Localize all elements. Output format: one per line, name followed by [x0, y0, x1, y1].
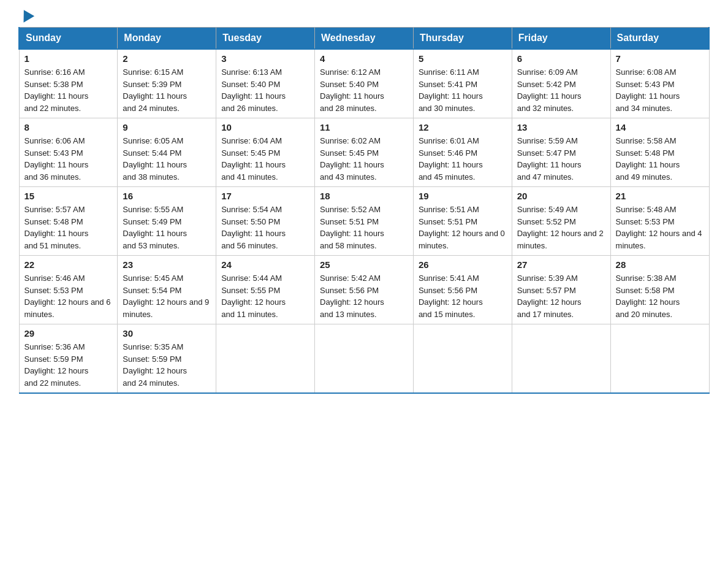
calendar-cell [610, 324, 709, 394]
day-info: Sunrise: 5:41 AMSunset: 5:56 PMDaylight:… [419, 274, 483, 319]
calendar-cell: 6 Sunrise: 6:09 AMSunset: 5:42 PMDayligh… [512, 49, 610, 118]
day-info: Sunrise: 6:02 AMSunset: 5:45 PMDaylight:… [320, 136, 384, 182]
day-number: 18 [320, 191, 408, 201]
day-info: Sunrise: 5:59 AMSunset: 5:47 PMDaylight:… [517, 136, 582, 182]
header-friday: Friday [512, 28, 610, 50]
day-number: 7 [616, 53, 704, 64]
day-number: 30 [123, 328, 211, 339]
day-number: 14 [616, 122, 704, 132]
day-number: 9 [123, 122, 211, 132]
day-info: Sunrise: 6:12 AMSunset: 5:40 PMDaylight:… [320, 67, 384, 113]
calendar-cell: 9 Sunrise: 6:05 AMSunset: 5:44 PMDayligh… [118, 118, 216, 187]
header-thursday: Thursday [413, 28, 512, 50]
calendar-cell: 28 Sunrise: 5:38 AMSunset: 5:58 PMDaylig… [610, 256, 709, 324]
logo [18, 12, 32, 21]
day-info: Sunrise: 6:11 AMSunset: 5:41 PMDaylight:… [419, 67, 483, 113]
calendar-cell: 14 Sunrise: 5:58 AMSunset: 5:48 PMDaylig… [610, 118, 709, 187]
day-info: Sunrise: 6:01 AMSunset: 5:46 PMDaylight:… [419, 136, 483, 182]
calendar-cell: 25 Sunrise: 5:42 AMSunset: 5:56 PMDaylig… [315, 256, 414, 324]
day-number: 8 [25, 122, 113, 132]
calendar-cell: 21 Sunrise: 5:48 AMSunset: 5:53 PMDaylig… [610, 187, 709, 256]
logo-triangle-icon [18, 10, 34, 26]
day-number: 15 [25, 191, 113, 201]
day-info: Sunrise: 5:55 AMSunset: 5:49 PMDaylight:… [123, 205, 187, 250]
calendar-cell: 20 Sunrise: 5:49 AMSunset: 5:52 PMDaylig… [512, 187, 610, 256]
calendar-cell: 15 Sunrise: 5:57 AMSunset: 5:48 PMDaylig… [19, 187, 118, 256]
calendar-cell: 22 Sunrise: 5:46 AMSunset: 5:53 PMDaylig… [19, 256, 118, 324]
day-number: 13 [517, 122, 605, 132]
header-saturday: Saturday [610, 28, 709, 50]
day-number: 22 [25, 259, 113, 270]
day-number: 1 [25, 53, 113, 64]
day-info: Sunrise: 5:49 AMSunset: 5:52 PMDaylight:… [517, 205, 604, 250]
calendar-cell: 29 Sunrise: 5:36 AMSunset: 5:59 PMDaylig… [19, 324, 118, 394]
header-wednesday: Wednesday [315, 28, 414, 50]
day-number: 24 [221, 259, 309, 270]
calendar-header-row: SundayMondayTuesdayWednesdayThursdayFrid… [19, 28, 709, 50]
day-info: Sunrise: 5:42 AMSunset: 5:56 PMDaylight:… [320, 274, 384, 319]
calendar-cell: 19 Sunrise: 5:51 AMSunset: 5:51 PMDaylig… [413, 187, 512, 256]
calendar-cell: 17 Sunrise: 5:54 AMSunset: 5:50 PMDaylig… [216, 187, 315, 256]
calendar-week-row: 29 Sunrise: 5:36 AMSunset: 5:59 PMDaylig… [19, 324, 709, 394]
calendar-cell: 16 Sunrise: 5:55 AMSunset: 5:49 PMDaylig… [118, 187, 216, 256]
calendar-table: SundayMondayTuesdayWednesdayThursdayFrid… [18, 27, 710, 394]
day-number: 11 [320, 122, 408, 132]
header-tuesday: Tuesday [216, 28, 315, 50]
day-info: Sunrise: 5:46 AMSunset: 5:53 PMDaylight:… [25, 274, 111, 319]
day-info: Sunrise: 5:38 AMSunset: 5:58 PMDaylight:… [616, 274, 680, 319]
day-info: Sunrise: 5:52 AMSunset: 5:51 PMDaylight:… [320, 205, 384, 250]
day-info: Sunrise: 6:05 AMSunset: 5:44 PMDaylight:… [123, 136, 187, 182]
day-number: 28 [616, 259, 704, 270]
day-info: Sunrise: 5:36 AMSunset: 5:59 PMDaylight:… [25, 342, 89, 388]
day-number: 20 [517, 191, 605, 201]
calendar-cell: 1 Sunrise: 6:16 AMSunset: 5:38 PMDayligh… [19, 49, 118, 118]
calendar-cell: 30 Sunrise: 5:35 AMSunset: 5:59 PMDaylig… [118, 324, 216, 394]
day-info: Sunrise: 5:45 AMSunset: 5:54 PMDaylight:… [123, 274, 209, 319]
calendar-cell: 7 Sunrise: 6:08 AMSunset: 5:43 PMDayligh… [610, 49, 709, 118]
day-info: Sunrise: 6:15 AMSunset: 5:39 PMDaylight:… [123, 67, 187, 113]
calendar-week-row: 15 Sunrise: 5:57 AMSunset: 5:48 PMDaylig… [19, 187, 709, 256]
day-number: 4 [320, 53, 408, 64]
day-info: Sunrise: 5:44 AMSunset: 5:55 PMDaylight:… [221, 274, 286, 319]
day-info: Sunrise: 5:51 AMSunset: 5:51 PMDaylight:… [419, 205, 505, 250]
page-header [18, 12, 710, 21]
day-info: Sunrise: 5:58 AMSunset: 5:48 PMDaylight:… [616, 136, 680, 182]
day-number: 26 [419, 259, 507, 270]
calendar-cell: 27 Sunrise: 5:39 AMSunset: 5:57 PMDaylig… [512, 256, 610, 324]
calendar-cell [216, 324, 315, 394]
day-info: Sunrise: 6:16 AMSunset: 5:38 PMDaylight:… [25, 67, 89, 113]
day-number: 19 [419, 191, 507, 201]
calendar-cell: 3 Sunrise: 6:13 AMSunset: 5:40 PMDayligh… [216, 49, 315, 118]
calendar-cell: 13 Sunrise: 5:59 AMSunset: 5:47 PMDaylig… [512, 118, 610, 187]
day-info: Sunrise: 6:08 AMSunset: 5:43 PMDaylight:… [616, 67, 680, 113]
day-number: 3 [221, 53, 309, 64]
day-number: 12 [419, 122, 507, 132]
calendar-cell: 23 Sunrise: 5:45 AMSunset: 5:54 PMDaylig… [118, 256, 216, 324]
day-number: 27 [517, 259, 605, 270]
day-number: 10 [221, 122, 309, 132]
calendar-cell: 10 Sunrise: 6:04 AMSunset: 5:45 PMDaylig… [216, 118, 315, 187]
calendar-cell [413, 324, 512, 394]
day-info: Sunrise: 5:57 AMSunset: 5:48 PMDaylight:… [25, 205, 89, 250]
day-number: 17 [221, 191, 309, 201]
calendar-cell: 12 Sunrise: 6:01 AMSunset: 5:46 PMDaylig… [413, 118, 512, 187]
calendar-cell: 11 Sunrise: 6:02 AMSunset: 5:45 PMDaylig… [315, 118, 414, 187]
day-number: 23 [123, 259, 211, 270]
calendar-cell: 2 Sunrise: 6:15 AMSunset: 5:39 PMDayligh… [118, 49, 216, 118]
day-number: 16 [123, 191, 211, 201]
calendar-cell: 18 Sunrise: 5:52 AMSunset: 5:51 PMDaylig… [315, 187, 414, 256]
calendar-cell: 26 Sunrise: 5:41 AMSunset: 5:56 PMDaylig… [413, 256, 512, 324]
day-info: Sunrise: 6:09 AMSunset: 5:42 PMDaylight:… [517, 67, 582, 113]
day-number: 2 [123, 53, 211, 64]
calendar-cell: 24 Sunrise: 5:44 AMSunset: 5:55 PMDaylig… [216, 256, 315, 324]
day-info: Sunrise: 5:54 AMSunset: 5:50 PMDaylight:… [221, 205, 286, 250]
calendar-week-row: 1 Sunrise: 6:16 AMSunset: 5:38 PMDayligh… [19, 49, 709, 118]
calendar-cell: 4 Sunrise: 6:12 AMSunset: 5:40 PMDayligh… [315, 49, 414, 118]
day-info: Sunrise: 5:39 AMSunset: 5:57 PMDaylight:… [517, 274, 582, 319]
day-info: Sunrise: 6:06 AMSunset: 5:43 PMDaylight:… [25, 136, 89, 182]
calendar-cell: 8 Sunrise: 6:06 AMSunset: 5:43 PMDayligh… [19, 118, 118, 187]
day-number: 21 [616, 191, 704, 201]
calendar-cell [315, 324, 414, 394]
day-number: 6 [517, 53, 605, 64]
header-sunday: Sunday [19, 28, 118, 50]
